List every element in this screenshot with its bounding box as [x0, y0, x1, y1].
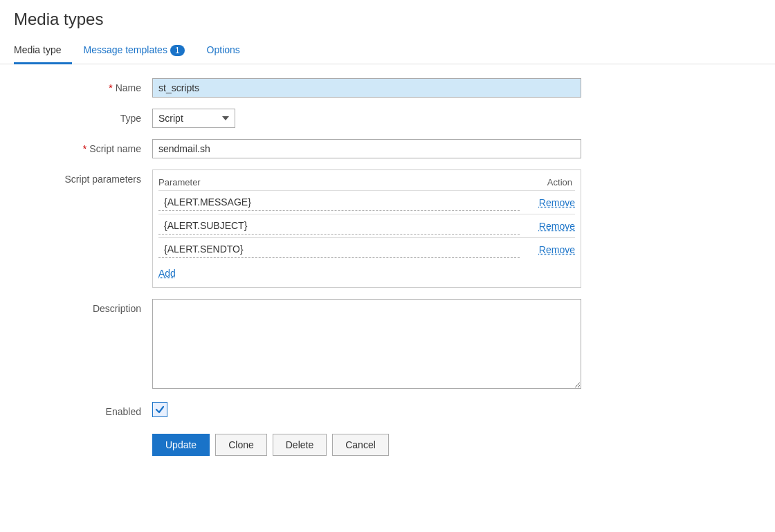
- description-row: Description: [14, 299, 761, 391]
- form-content: *Name Type Script Email SMS *Script name: [0, 64, 775, 470]
- page-title: Media types: [0, 0, 775, 37]
- param-row-2: Remove: [158, 214, 575, 237]
- enabled-row: Enabled: [14, 402, 761, 417]
- checkmark-icon: [155, 405, 165, 414]
- name-input[interactable]: [152, 78, 581, 98]
- update-button[interactable]: Update: [152, 434, 210, 456]
- delete-button[interactable]: Delete: [273, 434, 327, 456]
- script-params-label: Script parameters: [14, 169, 152, 185]
- type-row: Type Script Email SMS: [14, 109, 761, 128]
- remove-button-2[interactable]: Remove: [539, 221, 575, 232]
- script-name-input[interactable]: [152, 139, 581, 158]
- tab-message-templates[interactable]: Message templates1: [72, 37, 195, 64]
- tabs-bar: Media type Message templates1 Options: [0, 37, 775, 64]
- enabled-label: Enabled: [14, 402, 152, 417]
- params-header: Parameter Action: [158, 174, 575, 190]
- type-label: Type: [14, 109, 152, 124]
- button-row: Update Clone Delete Cancel: [14, 434, 761, 456]
- name-row: *Name: [14, 78, 761, 98]
- remove-button-1[interactable]: Remove: [539, 197, 575, 208]
- cancel-button[interactable]: Cancel: [332, 434, 389, 456]
- param-input-1[interactable]: [158, 194, 520, 211]
- enabled-checkbox[interactable]: [152, 402, 167, 417]
- remove-button-3[interactable]: Remove: [539, 244, 575, 255]
- name-label: *Name: [14, 78, 152, 93]
- param-input-2[interactable]: [158, 217, 520, 235]
- script-name-label: *Script name: [14, 139, 152, 154]
- description-textarea[interactable]: [152, 299, 581, 389]
- param-row-1: Remove: [158, 190, 575, 214]
- add-param-button[interactable]: Add: [158, 264, 176, 282]
- script-params-box: Parameter Action Remove: [152, 169, 581, 288]
- param-input-3[interactable]: [158, 241, 520, 258]
- message-templates-badge: 1: [170, 45, 185, 56]
- param-row-3: Remove: [158, 237, 575, 261]
- type-select[interactable]: Script Email SMS: [152, 109, 235, 128]
- tab-media-type[interactable]: Media type: [14, 37, 72, 64]
- script-params-row: Script parameters Parameter Action Remov…: [14, 169, 761, 288]
- description-label: Description: [14, 299, 152, 314]
- tab-options[interactable]: Options: [196, 37, 251, 64]
- clone-button[interactable]: Clone: [215, 434, 267, 456]
- script-name-row: *Script name: [14, 139, 761, 158]
